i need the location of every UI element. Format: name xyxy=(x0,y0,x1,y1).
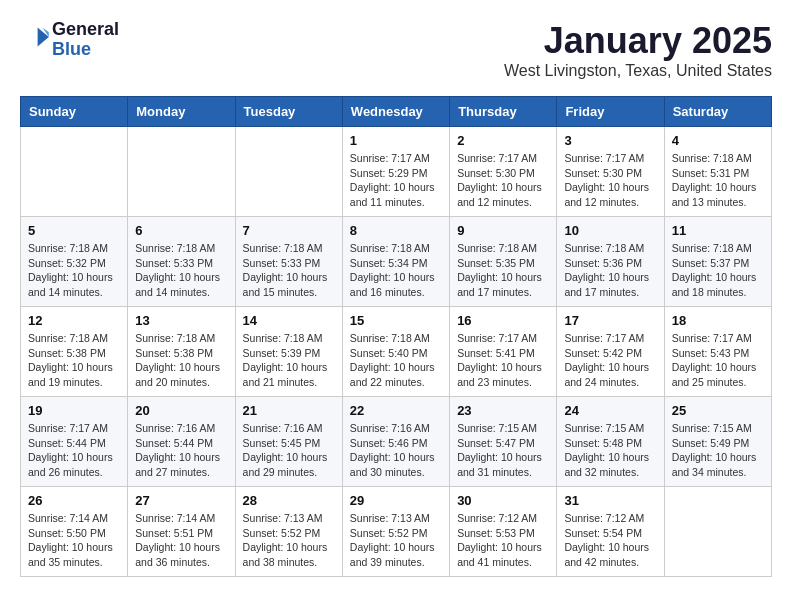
day-info: Sunrise: 7:17 AM Sunset: 5:30 PM Dayligh… xyxy=(457,151,549,210)
day-info: Sunrise: 7:18 AM Sunset: 5:38 PM Dayligh… xyxy=(28,331,120,390)
day-cell: 3Sunrise: 7:17 AM Sunset: 5:30 PM Daylig… xyxy=(557,127,664,217)
day-info: Sunrise: 7:15 AM Sunset: 5:47 PM Dayligh… xyxy=(457,421,549,480)
logo-icon xyxy=(20,21,52,53)
calendar: SundayMondayTuesdayWednesdayThursdayFrid… xyxy=(20,96,772,577)
day-number: 10 xyxy=(564,223,656,238)
day-number: 14 xyxy=(243,313,335,328)
day-info: Sunrise: 7:14 AM Sunset: 5:51 PM Dayligh… xyxy=(135,511,227,570)
day-number: 30 xyxy=(457,493,549,508)
day-cell: 13Sunrise: 7:18 AM Sunset: 5:38 PM Dayli… xyxy=(128,307,235,397)
day-info: Sunrise: 7:18 AM Sunset: 5:33 PM Dayligh… xyxy=(243,241,335,300)
day-cell: 2Sunrise: 7:17 AM Sunset: 5:30 PM Daylig… xyxy=(450,127,557,217)
day-cell: 22Sunrise: 7:16 AM Sunset: 5:46 PM Dayli… xyxy=(342,397,449,487)
day-number: 21 xyxy=(243,403,335,418)
day-info: Sunrise: 7:17 AM Sunset: 5:30 PM Dayligh… xyxy=(564,151,656,210)
week-row-1: 1Sunrise: 7:17 AM Sunset: 5:29 PM Daylig… xyxy=(21,127,772,217)
day-info: Sunrise: 7:18 AM Sunset: 5:36 PM Dayligh… xyxy=(564,241,656,300)
month-title: January 2025 xyxy=(504,20,772,62)
day-cell: 16Sunrise: 7:17 AM Sunset: 5:41 PM Dayli… xyxy=(450,307,557,397)
logo-text: General Blue xyxy=(52,20,119,60)
location: West Livingston, Texas, United States xyxy=(504,62,772,80)
day-number: 20 xyxy=(135,403,227,418)
day-cell: 7Sunrise: 7:18 AM Sunset: 5:33 PM Daylig… xyxy=(235,217,342,307)
weekday-header-friday: Friday xyxy=(557,97,664,127)
week-row-3: 12Sunrise: 7:18 AM Sunset: 5:38 PM Dayli… xyxy=(21,307,772,397)
day-cell: 17Sunrise: 7:17 AM Sunset: 5:42 PM Dayli… xyxy=(557,307,664,397)
day-info: Sunrise: 7:14 AM Sunset: 5:50 PM Dayligh… xyxy=(28,511,120,570)
day-info: Sunrise: 7:12 AM Sunset: 5:53 PM Dayligh… xyxy=(457,511,549,570)
day-info: Sunrise: 7:17 AM Sunset: 5:41 PM Dayligh… xyxy=(457,331,549,390)
day-cell: 4Sunrise: 7:18 AM Sunset: 5:31 PM Daylig… xyxy=(664,127,771,217)
day-number: 24 xyxy=(564,403,656,418)
day-info: Sunrise: 7:16 AM Sunset: 5:44 PM Dayligh… xyxy=(135,421,227,480)
week-row-5: 26Sunrise: 7:14 AM Sunset: 5:50 PM Dayli… xyxy=(21,487,772,577)
day-number: 2 xyxy=(457,133,549,148)
day-number: 13 xyxy=(135,313,227,328)
day-info: Sunrise: 7:18 AM Sunset: 5:33 PM Dayligh… xyxy=(135,241,227,300)
day-number: 31 xyxy=(564,493,656,508)
day-number: 8 xyxy=(350,223,442,238)
day-cell xyxy=(664,487,771,577)
day-info: Sunrise: 7:18 AM Sunset: 5:32 PM Dayligh… xyxy=(28,241,120,300)
day-cell: 27Sunrise: 7:14 AM Sunset: 5:51 PM Dayli… xyxy=(128,487,235,577)
day-number: 15 xyxy=(350,313,442,328)
day-cell: 14Sunrise: 7:18 AM Sunset: 5:39 PM Dayli… xyxy=(235,307,342,397)
day-cell: 10Sunrise: 7:18 AM Sunset: 5:36 PM Dayli… xyxy=(557,217,664,307)
day-info: Sunrise: 7:18 AM Sunset: 5:35 PM Dayligh… xyxy=(457,241,549,300)
weekday-header-tuesday: Tuesday xyxy=(235,97,342,127)
day-number: 25 xyxy=(672,403,764,418)
day-cell: 20Sunrise: 7:16 AM Sunset: 5:44 PM Dayli… xyxy=(128,397,235,487)
day-cell: 19Sunrise: 7:17 AM Sunset: 5:44 PM Dayli… xyxy=(21,397,128,487)
day-number: 29 xyxy=(350,493,442,508)
weekday-header-row: SundayMondayTuesdayWednesdayThursdayFrid… xyxy=(21,97,772,127)
day-cell: 31Sunrise: 7:12 AM Sunset: 5:54 PM Dayli… xyxy=(557,487,664,577)
day-info: Sunrise: 7:17 AM Sunset: 5:42 PM Dayligh… xyxy=(564,331,656,390)
logo: General Blue xyxy=(20,20,119,60)
day-number: 4 xyxy=(672,133,764,148)
svg-marker-0 xyxy=(38,27,49,46)
week-row-2: 5Sunrise: 7:18 AM Sunset: 5:32 PM Daylig… xyxy=(21,217,772,307)
weekday-header-saturday: Saturday xyxy=(664,97,771,127)
day-number: 3 xyxy=(564,133,656,148)
day-cell: 25Sunrise: 7:15 AM Sunset: 5:49 PM Dayli… xyxy=(664,397,771,487)
day-cell: 23Sunrise: 7:15 AM Sunset: 5:47 PM Dayli… xyxy=(450,397,557,487)
day-info: Sunrise: 7:18 AM Sunset: 5:34 PM Dayligh… xyxy=(350,241,442,300)
day-cell: 29Sunrise: 7:13 AM Sunset: 5:52 PM Dayli… xyxy=(342,487,449,577)
weekday-header-sunday: Sunday xyxy=(21,97,128,127)
day-cell: 11Sunrise: 7:18 AM Sunset: 5:37 PM Dayli… xyxy=(664,217,771,307)
day-number: 28 xyxy=(243,493,335,508)
day-number: 9 xyxy=(457,223,549,238)
day-cell: 9Sunrise: 7:18 AM Sunset: 5:35 PM Daylig… xyxy=(450,217,557,307)
day-number: 19 xyxy=(28,403,120,418)
day-info: Sunrise: 7:13 AM Sunset: 5:52 PM Dayligh… xyxy=(243,511,335,570)
day-number: 26 xyxy=(28,493,120,508)
day-number: 16 xyxy=(457,313,549,328)
day-number: 6 xyxy=(135,223,227,238)
day-info: Sunrise: 7:18 AM Sunset: 5:39 PM Dayligh… xyxy=(243,331,335,390)
day-info: Sunrise: 7:17 AM Sunset: 5:44 PM Dayligh… xyxy=(28,421,120,480)
title-section: January 2025 West Livingston, Texas, Uni… xyxy=(504,20,772,80)
day-cell xyxy=(128,127,235,217)
day-info: Sunrise: 7:15 AM Sunset: 5:48 PM Dayligh… xyxy=(564,421,656,480)
day-info: Sunrise: 7:17 AM Sunset: 5:43 PM Dayligh… xyxy=(672,331,764,390)
day-info: Sunrise: 7:16 AM Sunset: 5:45 PM Dayligh… xyxy=(243,421,335,480)
day-info: Sunrise: 7:16 AM Sunset: 5:46 PM Dayligh… xyxy=(350,421,442,480)
day-number: 1 xyxy=(350,133,442,148)
page-header: General Blue January 2025 West Livingsto… xyxy=(20,20,772,80)
day-cell xyxy=(235,127,342,217)
weekday-header-thursday: Thursday xyxy=(450,97,557,127)
day-number: 17 xyxy=(564,313,656,328)
weekday-header-wednesday: Wednesday xyxy=(342,97,449,127)
day-number: 7 xyxy=(243,223,335,238)
day-info: Sunrise: 7:18 AM Sunset: 5:31 PM Dayligh… xyxy=(672,151,764,210)
weekday-header-monday: Monday xyxy=(128,97,235,127)
day-number: 11 xyxy=(672,223,764,238)
day-cell: 26Sunrise: 7:14 AM Sunset: 5:50 PM Dayli… xyxy=(21,487,128,577)
day-info: Sunrise: 7:18 AM Sunset: 5:40 PM Dayligh… xyxy=(350,331,442,390)
day-number: 18 xyxy=(672,313,764,328)
day-info: Sunrise: 7:15 AM Sunset: 5:49 PM Dayligh… xyxy=(672,421,764,480)
day-cell: 28Sunrise: 7:13 AM Sunset: 5:52 PM Dayli… xyxy=(235,487,342,577)
day-number: 22 xyxy=(350,403,442,418)
day-info: Sunrise: 7:12 AM Sunset: 5:54 PM Dayligh… xyxy=(564,511,656,570)
day-cell xyxy=(21,127,128,217)
